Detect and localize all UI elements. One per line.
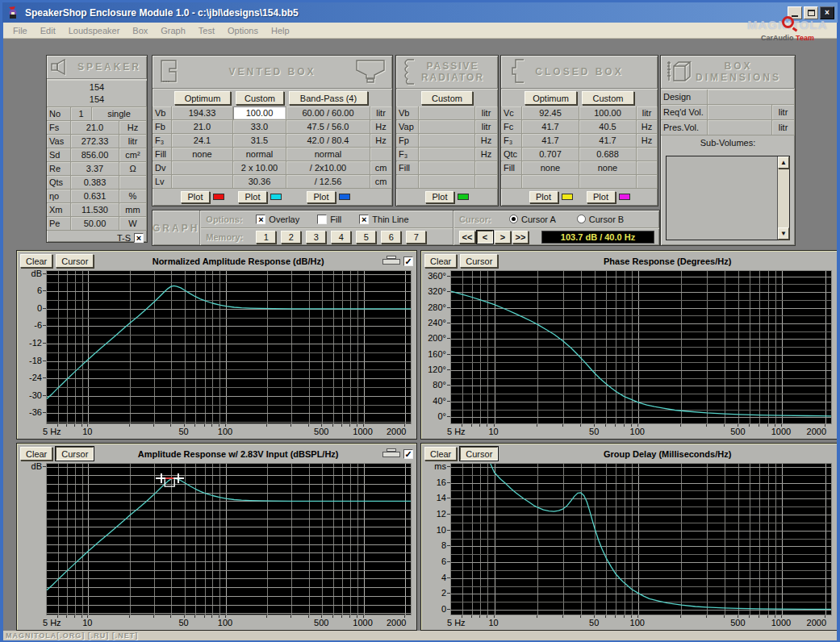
cursor-button[interactable]: Cursor bbox=[460, 447, 498, 461]
menu-item-help[interactable]: Help bbox=[265, 24, 296, 37]
memory-button-7[interactable]: 7 bbox=[406, 231, 426, 244]
x-tick bbox=[349, 615, 350, 618]
radio-cursor-b[interactable] bbox=[577, 215, 586, 223]
minimize-button[interactable] bbox=[788, 6, 802, 19]
printer-body bbox=[382, 259, 400, 265]
clear-button[interactable]: Clear bbox=[424, 447, 457, 461]
print-checkbox[interactable]: ✓ bbox=[403, 449, 413, 459]
nav-button-0[interactable]: << bbox=[459, 231, 475, 244]
plot-area[interactable] bbox=[46, 463, 412, 615]
speaker-name-line2: 154 bbox=[90, 94, 104, 106]
speaker-param-value[interactable]: 3.37 bbox=[71, 162, 119, 176]
column-button-custom[interactable]: Custom bbox=[421, 91, 473, 105]
clear-button[interactable]: Clear bbox=[20, 254, 52, 268]
close-button[interactable]: × bbox=[820, 6, 834, 19]
column-button-optimum[interactable]: Optimum bbox=[174, 91, 231, 105]
y-tick-label: 14 bbox=[437, 493, 446, 502]
plot-button-optimum[interactable]: Plot bbox=[529, 191, 558, 203]
speaker-param-value[interactable]: 0.383 bbox=[71, 176, 119, 190]
menu-item-file[interactable]: File bbox=[6, 24, 34, 37]
table-row: Lv30.36/ 12.56cm bbox=[153, 175, 392, 189]
reqd-vol-value[interactable] bbox=[708, 105, 772, 120]
x-tick-label: 500 bbox=[730, 427, 745, 436]
plot-button-custom[interactable]: Plot bbox=[238, 191, 267, 203]
speaker-param-value[interactable]: 11.530 bbox=[71, 203, 119, 217]
scroll-up-icon[interactable]: ▲ bbox=[778, 156, 789, 169]
pres-vol-value[interactable] bbox=[708, 120, 772, 135]
subvolumes-scrollbar[interactable]: ▲ ▼ bbox=[777, 156, 789, 240]
radio-cursor-a[interactable] bbox=[509, 215, 518, 223]
memory-button-4[interactable]: 4 bbox=[331, 231, 351, 244]
plot-button-band-pass-4-[interactable]: Plot bbox=[307, 191, 336, 203]
fill-checkbox[interactable] bbox=[317, 215, 327, 224]
plot-row: PlotPlotPlot bbox=[153, 189, 392, 205]
menu-item-edit[interactable]: Edit bbox=[34, 24, 62, 37]
design-value[interactable] bbox=[708, 90, 795, 105]
x-tick bbox=[170, 424, 171, 427]
memory-button-5[interactable]: 5 bbox=[356, 231, 376, 244]
speaker-param-value[interactable]: 0.631 bbox=[71, 190, 119, 203]
param-label: F₃ bbox=[153, 134, 172, 148]
column-button-custom[interactable]: Custom bbox=[582, 91, 634, 105]
memory-button-1[interactable]: 1 bbox=[256, 231, 276, 244]
x-tick bbox=[767, 424, 768, 427]
plot-area[interactable] bbox=[450, 270, 832, 424]
cursor-button[interactable]: Cursor bbox=[460, 254, 498, 268]
memory-button-3[interactable]: 3 bbox=[306, 231, 326, 244]
y-tick-label: 0° bbox=[437, 411, 446, 421]
cursor-button[interactable]: Cursor bbox=[56, 254, 94, 268]
speaker-param-value[interactable]: 50.00 bbox=[71, 217, 119, 231]
menu-item-options[interactable]: Options bbox=[221, 24, 265, 37]
thin-line-checkbox[interactable]: × bbox=[359, 215, 369, 224]
plot-button-custom[interactable]: Plot bbox=[587, 191, 616, 203]
nav-button-2[interactable]: > bbox=[495, 231, 511, 244]
plot-button-optimum[interactable]: Plot bbox=[181, 191, 210, 203]
param-unit bbox=[637, 148, 658, 161]
value-custom[interactable]: 100.00 bbox=[233, 106, 286, 120]
ts-checkbox[interactable]: × bbox=[134, 233, 144, 243]
y-tick-label: 200° bbox=[428, 333, 446, 343]
cursor-button[interactable]: Cursor bbox=[56, 447, 94, 461]
plot-area[interactable] bbox=[450, 463, 832, 615]
speaker-param-value[interactable]: 856.00 bbox=[71, 148, 119, 162]
plot-area[interactable] bbox=[46, 270, 412, 424]
menu-item-box[interactable]: Box bbox=[126, 24, 154, 37]
plot-color-swatch bbox=[270, 194, 282, 200]
plot-button-custom[interactable]: Plot bbox=[425, 191, 454, 203]
x-tick bbox=[266, 615, 267, 618]
clear-button[interactable]: Clear bbox=[424, 254, 457, 268]
speaker-param-value[interactable]: 1 bbox=[71, 107, 92, 121]
passive-radiator-header: PASSIVE RADIATOR bbox=[421, 60, 484, 83]
speaker-param-value[interactable]: 272.33 bbox=[71, 135, 119, 148]
spacer bbox=[475, 189, 498, 205]
x-tick bbox=[471, 424, 472, 427]
column-button-band-pass-4-[interactable]: Band-Pass (4) bbox=[289, 91, 368, 105]
subvolumes-listbox[interactable]: ▲ ▼ bbox=[666, 156, 790, 240]
print-checkbox[interactable]: ✓ bbox=[403, 256, 413, 266]
maximize-button[interactable] bbox=[804, 6, 818, 19]
speaker-param-label: Vas bbox=[47, 135, 71, 148]
menu-item-loudspeaker[interactable]: Loudspeaker bbox=[62, 24, 127, 37]
clear-button[interactable]: Clear bbox=[20, 447, 52, 461]
table-row: Qtc0.7070.688 bbox=[501, 148, 658, 161]
value-optimum bbox=[172, 161, 233, 175]
nav-button-3[interactable]: >> bbox=[512, 231, 529, 244]
overlay-checkbox[interactable]: × bbox=[256, 215, 265, 224]
scroll-down-icon[interactable]: ▼ bbox=[778, 227, 789, 240]
x-tick-label: 500 bbox=[314, 427, 328, 436]
graph-title: Phase Response (Degrees/Hz) bbox=[501, 256, 834, 266]
speaker-name-box[interactable]: 154 154 bbox=[47, 80, 147, 107]
nav-button-1[interactable]: < bbox=[477, 231, 493, 244]
y-tick-label: 80° bbox=[433, 380, 446, 390]
menu-item-test[interactable]: Test bbox=[192, 24, 221, 37]
menu-item-graph[interactable]: Graph bbox=[154, 24, 192, 37]
memory-button-6[interactable]: 6 bbox=[381, 231, 401, 244]
printer-icon[interactable] bbox=[382, 448, 400, 459]
column-button-custom[interactable]: Custom bbox=[236, 91, 284, 105]
ts-label: T-S bbox=[117, 233, 131, 243]
memory-button-2[interactable]: 2 bbox=[281, 231, 301, 244]
speaker-param-value[interactable]: 21.0 bbox=[71, 121, 119, 135]
column-button-optimum[interactable]: Optimum bbox=[524, 91, 577, 105]
x-tick bbox=[615, 615, 616, 618]
printer-icon[interactable] bbox=[382, 256, 400, 266]
